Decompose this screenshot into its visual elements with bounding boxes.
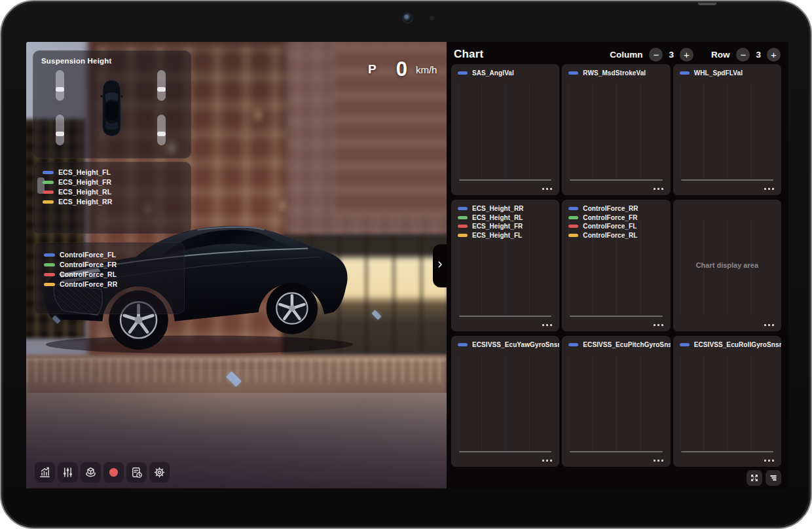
dot-icon [546, 188, 548, 190]
legend-color-swatch [680, 343, 690, 346]
suspension-slider-fl[interactable] [56, 70, 64, 101]
more-options-button[interactable] [541, 323, 553, 327]
legend-label: ECS_Height_FL [58, 168, 111, 176]
chart-button[interactable] [34, 462, 56, 483]
more-options-button[interactable] [541, 187, 553, 191]
legend-color-swatch [458, 225, 468, 228]
dot-icon [772, 324, 774, 326]
expand-icon [750, 473, 759, 483]
chart-cell: ECSIVSS_EcuPitchGyroSnsrVal [562, 336, 670, 467]
legend-item: ECS_Height_FR [43, 178, 191, 186]
power-button [698, 3, 716, 5]
legend-color-swatch [43, 191, 54, 194]
cell-gridlines [568, 356, 663, 451]
tuning-icon [62, 466, 74, 479]
legend-color-swatch [44, 273, 55, 276]
legend-label: ECS_Height_RL [58, 188, 111, 196]
screen: P 0 km/h Suspension Height [26, 42, 788, 488]
ecs-height-legend-panel: ECS_Height_FLECS_Height_FRECS_Height_RLE… [33, 162, 191, 234]
legend-item: ECSIVSS_EcuYawGyroSnsrVal [458, 341, 553, 348]
more-options-button[interactable] [652, 323, 665, 327]
more-options-button[interactable] [652, 187, 665, 191]
viewport-toolbar [34, 462, 170, 483]
dot-icon [546, 324, 548, 326]
dot-icon [542, 460, 544, 462]
legend-label: ECSIVSS_EcuPitchGyroSnsrVal [583, 341, 670, 348]
legend-label: ControlForce_FL [583, 223, 637, 230]
settings-button[interactable] [149, 462, 170, 483]
chart-baseline [459, 316, 551, 317]
more-options-button[interactable] [763, 323, 775, 327]
chart-footer [747, 470, 781, 486]
row-decrease-button[interactable]: − [736, 48, 750, 62]
speed-value: 0 [396, 58, 407, 81]
orbit-3d-icon [84, 466, 97, 479]
legend-list-button[interactable] [766, 470, 781, 486]
report-button[interactable] [126, 462, 147, 483]
dot-icon [764, 460, 766, 462]
more-options-button[interactable] [652, 458, 665, 463]
panel-collapse-tab[interactable] [433, 244, 447, 287]
column-decrease-button[interactable]: − [649, 48, 663, 62]
3d-viewport[interactable]: P 0 km/h Suspension Height [26, 42, 447, 488]
legend-item: ECS_Height_RR [458, 205, 553, 212]
legend-item: ECS_Height_FL [43, 168, 191, 176]
suspension-slider-rr[interactable] [157, 115, 166, 145]
legend-item: ControlForce_FR [44, 261, 185, 268]
legend-item: ECS_Height_FR [458, 223, 553, 230]
expand-button[interactable] [747, 470, 762, 486]
orbit-3d-button[interactable] [80, 462, 101, 483]
record-button[interactable] [103, 462, 124, 483]
legend-item: SAS_AnglVal [458, 69, 553, 77]
slider-thumb[interactable] [56, 132, 64, 136]
slider-thumb[interactable] [157, 132, 166, 136]
chart-cell: ControlForce_RRControlForce_FRControlFor… [562, 200, 670, 331]
legend-item: ECS_Height_RL [458, 214, 553, 221]
more-options-button[interactable] [541, 458, 553, 463]
legend-label: ControlForce_RR [583, 205, 638, 212]
legend-item: ControlForce_FL [568, 223, 663, 230]
dot-icon [768, 324, 770, 326]
dot-icon [654, 460, 655, 462]
suspension-slider-fr[interactable] [157, 70, 166, 101]
chart-header: Chart Column − 3 + Row − 3 + [447, 42, 788, 65]
cell-legend: ECS_Height_RRECS_Height_RLECS_Height_FRE… [458, 205, 553, 239]
more-options-button[interactable] [763, 458, 775, 463]
legend-item: ECSIVSS_EcuRollGyroSnsrVal [680, 341, 775, 348]
legend-item: ControlForce_RR [44, 280, 185, 288]
slider-thumb[interactable] [157, 87, 166, 92]
dot-icon [768, 188, 770, 190]
vehicle-hud: P 0 km/h [368, 58, 437, 81]
row-increase-button[interactable]: + [767, 48, 781, 62]
chevron-right-icon [437, 260, 443, 272]
suspension-slider-rl[interactable] [56, 115, 64, 145]
dot-icon [772, 460, 774, 462]
more-options-button[interactable] [763, 187, 775, 191]
legend-item: ControlForce_FR [568, 214, 663, 221]
row-stepper: Row − 3 + [711, 48, 781, 62]
control-force-legend-panel: ControlForce_FLControlForce_FRControlFor… [34, 242, 185, 314]
legend-label: ECS_Height_FR [58, 178, 111, 186]
legend-color-swatch [458, 216, 468, 219]
slider-thumb[interactable] [56, 87, 64, 92]
legend-color-swatch [44, 253, 55, 257]
cell-legend: RWS_MsdStrokeVal [568, 69, 663, 77]
dot-icon [550, 460, 552, 462]
cell-legend: ECSIVSS_EcuYawGyroSnsrVal [458, 341, 553, 348]
chart-baseline [570, 316, 662, 317]
column-increase-button[interactable]: + [680, 48, 693, 62]
legend-label: ControlForce_FL [60, 251, 116, 259]
legend-color-swatch [458, 71, 468, 75]
cell-gridlines [680, 356, 775, 451]
legend-color-swatch [568, 216, 578, 219]
dot-icon [550, 188, 552, 190]
legend-label: ControlForce_RR [60, 280, 117, 288]
legend-list: ControlForce_FLControlForce_FRControlFor… [34, 242, 185, 288]
chart-icon [39, 466, 51, 479]
legend-item: RWS_MsdStrokeVal [568, 69, 663, 77]
dot-icon [542, 188, 544, 190]
legend-item: ControlForce_FL [44, 251, 185, 259]
chart-baseline [570, 451, 662, 452]
legend-label: RWS_MsdStrokeVal [583, 69, 646, 77]
tuning-button[interactable] [57, 462, 79, 483]
